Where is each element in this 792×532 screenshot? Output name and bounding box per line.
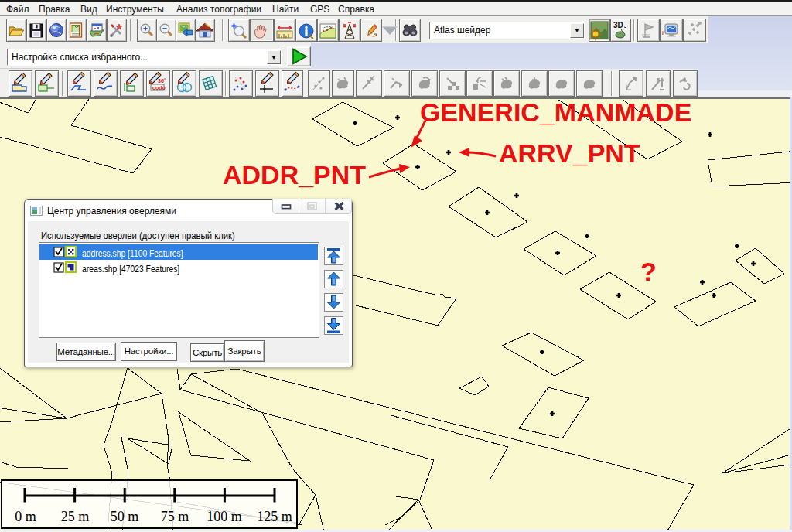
svg-text:50 m: 50 m — [111, 509, 139, 524]
svg-text:75 m: 75 m — [161, 509, 189, 524]
svg-text:0 m: 0 m — [15, 509, 36, 524]
svg-text:i: i — [662, 30, 664, 36]
svg-text:3D: 3D — [613, 21, 623, 29]
svg-text:36°: 36° — [158, 78, 166, 84]
svg-text:100 m: 100 m — [207, 509, 242, 524]
svg-text:125 m: 125 m — [257, 509, 292, 524]
svg-text:codo: codo — [152, 85, 166, 90]
svg-text:25 m: 25 m — [61, 509, 90, 524]
svg-text:sync: sync — [642, 32, 650, 37]
